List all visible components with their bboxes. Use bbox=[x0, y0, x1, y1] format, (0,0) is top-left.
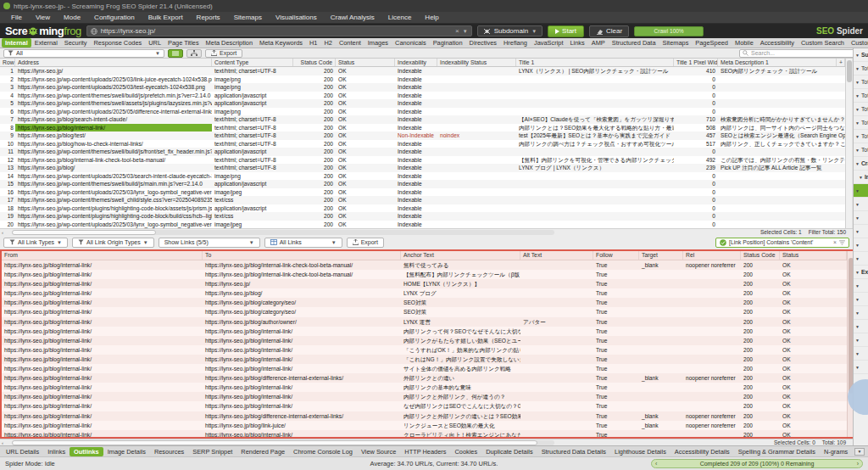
detail-tab[interactable]: Image Details bbox=[103, 447, 150, 456]
detail-tab[interactable]: View Source bbox=[357, 447, 400, 456]
cell-address[interactable]: https://lynx-seo.jp/wp-content/plugins/h… bbox=[15, 212, 212, 221]
detail-tab[interactable]: Accessibility Details bbox=[670, 447, 734, 456]
links-view-dropdown[interactable]: All Links▼ bbox=[264, 238, 342, 248]
main-tab[interactable]: AMP bbox=[588, 38, 609, 48]
cell-address[interactable]: https://lynx-seo.jp/wp-content/themes/sw… bbox=[15, 99, 212, 108]
detail-tab[interactable]: Duplicate Details bbox=[481, 447, 537, 456]
overview-item[interactable]: ▼ bbox=[854, 306, 868, 320]
main-tab[interactable]: Directives bbox=[466, 38, 500, 48]
overview-item[interactable]: ▼ bbox=[854, 238, 868, 252]
link-row[interactable]: https://lynx-seo.jp/blog/internal-link/ … bbox=[2, 355, 847, 364]
table-row[interactable]: 7 https://lynx-seo.jp/blog/search-intent… bbox=[0, 115, 845, 124]
detail-tab[interactable]: SERP Snippet bbox=[188, 447, 236, 456]
overview-item[interactable]: ▼ bbox=[854, 211, 868, 225]
cell-address[interactable]: https://lynx-seo.jp/blog/search-intent-c… bbox=[15, 115, 212, 124]
main-tab[interactable]: Hreflang bbox=[500, 38, 531, 48]
table-row[interactable]: 1 https://lynx-seo.jp/ text/html; charse… bbox=[0, 67, 845, 76]
table-row[interactable]: 11 https://lynx-seo.jp/wp-content/themes… bbox=[0, 148, 845, 156]
menu-item[interactable]: View bbox=[30, 12, 56, 23]
link-row[interactable]: https://lynx-seo.jp/blog/internal-link/ … bbox=[2, 317, 847, 327]
overview-item[interactable]: ▼ Tot bbox=[854, 130, 868, 143]
links-export-button[interactable]: Export bbox=[347, 238, 384, 248]
main-table-hscrollbar[interactable] bbox=[12, 230, 554, 235]
link-row[interactable]: https://lynx-seo.jp/blog/internal-link/ … bbox=[2, 279, 847, 288]
menu-item[interactable]: Crawl Analysis bbox=[325, 12, 381, 23]
table-row[interactable]: 4 https://lynx-seo.jp/wp-content/themes/… bbox=[0, 92, 845, 100]
main-tab[interactable]: Canonicals bbox=[392, 38, 430, 48]
col-meta-description1[interactable]: Meta Description 1 bbox=[718, 59, 837, 66]
link-row[interactable]: https://lynx-seo.jp/blog/internal-link/ … bbox=[2, 327, 847, 336]
table-row[interactable]: 18 https://lynx-seo.jp/wp-content/plugin… bbox=[0, 204, 845, 213]
overview-item[interactable]: ▼ bbox=[854, 361, 868, 374]
cell-address[interactable]: https://lynx-seo.jp/wp-content/themes/sw… bbox=[15, 180, 212, 188]
overview-item[interactable]: ▼ Summ bbox=[854, 48, 868, 62]
main-tab[interactable]: Security bbox=[61, 38, 91, 48]
link-row[interactable]: https://lynx-seo.jp/blog/internal-link/ … bbox=[2, 298, 847, 307]
col-row[interactable]: Row bbox=[0, 59, 15, 66]
overview-item[interactable]: ▼ Tot bbox=[854, 76, 868, 89]
overview-item[interactable]: ▼ Tot bbox=[854, 143, 868, 157]
detail-tab[interactable]: Chrome Console Log bbox=[289, 447, 357, 456]
main-tab[interactable]: Links bbox=[566, 38, 587, 48]
link-row[interactable]: https://lynx-seo.jp/blog/internal-link/ … bbox=[2, 336, 847, 345]
overview-item[interactable]: ▼ Int bbox=[854, 171, 868, 184]
main-tab[interactable]: JavaScript bbox=[531, 38, 567, 48]
col-status-code[interactable]: Status Code bbox=[741, 251, 780, 260]
table-row[interactable]: 16 https://lynx-seo.jp/wp-content/upload… bbox=[0, 188, 845, 197]
cell-address[interactable]: https://lynx-seo.jp/wp-content/uploads/2… bbox=[15, 188, 212, 197]
start-button[interactable]: Start bbox=[548, 25, 584, 37]
link-row[interactable]: https://lynx-seo.jp/blog/internal-link/ … bbox=[2, 307, 847, 316]
table-row[interactable]: 2 https://lynx-seo.jp/wp-content/uploads… bbox=[0, 76, 845, 84]
link-origin-types-dropdown[interactable]: All Link Origin Types▼ bbox=[72, 238, 154, 248]
overview-item[interactable]: ▼ Tot bbox=[854, 103, 868, 116]
links-table-hscrollbar[interactable] bbox=[12, 440, 554, 445]
search-input[interactable]: Search... bbox=[739, 49, 865, 58]
link-row[interactable]: https://lynx-seo.jp/blog/internal-link/ … bbox=[2, 383, 847, 392]
col-indexability[interactable]: Indexability bbox=[395, 59, 437, 66]
col-indexability-status[interactable]: Indexability Status bbox=[437, 59, 516, 66]
url-input[interactable]: https://lynx-seo.jp/ × ▼ bbox=[86, 25, 472, 36]
main-tab[interactable]: Pagination bbox=[430, 38, 466, 48]
main-tab[interactable]: H1 bbox=[306, 38, 320, 48]
overview-item[interactable]: ▼ Craw bbox=[854, 157, 868, 171]
cell-address[interactable]: https://lynx-seo.jp/wp-content/uploads/2… bbox=[15, 76, 212, 84]
col-title1[interactable]: Title 1 bbox=[516, 59, 674, 66]
main-tab[interactable]: URL bbox=[145, 38, 164, 48]
link-row[interactable]: https://lynx-seo.jp/blog/internal-link/ … bbox=[2, 260, 847, 270]
table-row[interactable]: 12 https://lynx-seo.jp/blog/internal-lin… bbox=[0, 156, 845, 165]
col-anchor-text[interactable]: Anchor Text bbox=[401, 251, 520, 260]
detail-tab[interactable]: Inlinks bbox=[43, 447, 70, 456]
table-row[interactable]: 17 https://lynx-seo.jp/wp-content/themes… bbox=[0, 196, 845, 204]
table-row[interactable]: 13 https://lynx-seo.jp/blog/ text/html; … bbox=[0, 164, 845, 172]
menu-item[interactable]: Reports bbox=[191, 12, 226, 23]
clear-url-icon[interactable]: × bbox=[455, 27, 459, 35]
detail-tab[interactable]: Spelling & Grammar Details bbox=[734, 447, 820, 456]
table-row[interactable]: 3 https://lynx-seo.jp/wp-content/uploads… bbox=[0, 83, 845, 92]
link-row[interactable]: https://lynx-seo.jp/blog/internal-link/ … bbox=[2, 392, 847, 401]
col-content-type[interactable]: Content Type bbox=[212, 59, 293, 66]
main-tab[interactable]: Response Codes bbox=[91, 38, 146, 48]
menu-item[interactable]: Sitemaps bbox=[228, 12, 268, 23]
detail-tab[interactable]: Cookies bbox=[450, 447, 481, 456]
detail-tab-overflow-icon[interactable]: ▼ bbox=[854, 448, 865, 456]
crawl-mode-dropdown[interactable]: Subdomain ▼ bbox=[477, 25, 542, 36]
clear-filter-icon[interactable]: × bbox=[833, 239, 837, 245]
cell-address[interactable]: https://lynx-seo.jp/ bbox=[15, 67, 212, 76]
link-row[interactable]: https://lynx-seo.jp/blog/internal-link/ … bbox=[2, 421, 847, 430]
link-row[interactable]: https://lynx-seo.jp/blog/internal-link/ … bbox=[2, 345, 847, 355]
main-table-vscrollbar[interactable] bbox=[845, 59, 852, 228]
overview-item[interactable]: ▼ Tot bbox=[854, 89, 868, 103]
detail-tab[interactable]: N-grams bbox=[820, 447, 852, 456]
cell-address[interactable]: https://lynx-seo.jp/wp-content/plugins/h… bbox=[15, 204, 212, 213]
link-row[interactable]: https://lynx-seo.jp/blog/internal-link/ … bbox=[2, 373, 847, 383]
cell-address[interactable]: https://lynx-seo.jp/wp-content/uploads/2… bbox=[15, 108, 212, 116]
menu-item[interactable]: Licence bbox=[382, 12, 418, 23]
url-history-caret-icon[interactable]: ▼ bbox=[463, 29, 468, 34]
cell-address[interactable]: https://lynx-seo.jp/wp-content/uploads/2… bbox=[15, 83, 212, 92]
menu-item[interactable]: Mode bbox=[58, 12, 86, 23]
link-types-dropdown[interactable]: All Link Types▼ bbox=[3, 238, 68, 248]
table-row[interactable]: 10 https://lynx-seo.jp/blog/how-to-check… bbox=[0, 140, 845, 148]
main-tab[interactable]: PageSpeed bbox=[692, 38, 732, 48]
progress-left-arrow-icon[interactable]: ‹ bbox=[652, 461, 660, 467]
cell-address[interactable]: https://lynx-seo.jp/blog/internal-link/ bbox=[15, 124, 212, 132]
